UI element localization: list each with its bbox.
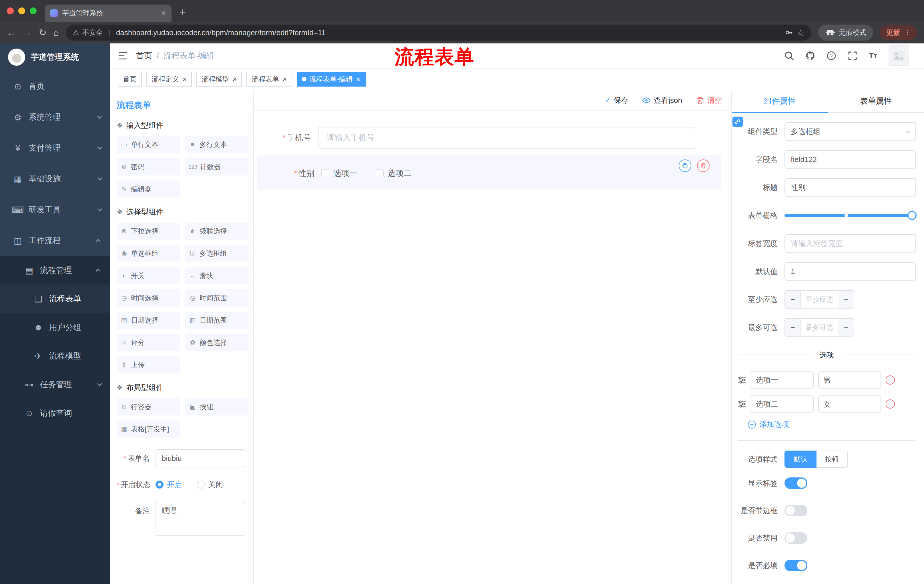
forward-icon[interactable]: →: [23, 28, 32, 37]
save-button[interactable]: ✓ 保存: [605, 95, 629, 105]
bookmark-star-icon[interactable]: ☆: [797, 28, 805, 38]
option-label-input[interactable]: [751, 372, 813, 388]
option-value-input[interactable]: [818, 395, 881, 413]
sidebar-item-process-form[interactable]: ❏ 流程表单: [0, 285, 110, 313]
browser-menu-icon[interactable]: ⋮: [904, 29, 911, 36]
grid-slider[interactable]: [784, 206, 916, 225]
tag-home[interactable]: 首页: [118, 72, 142, 87]
delete-field-button[interactable]: [697, 160, 710, 172]
sidebar-item-system[interactable]: ⚙ 系统管理: [0, 102, 110, 133]
sidebar-item-devtools[interactable]: ⌨ 研发工具: [0, 194, 110, 225]
drag-handle-icon[interactable]: [738, 376, 746, 384]
component-select[interactable]: ⊚下拉选择: [117, 222, 180, 240]
disabled-toggle[interactable]: [784, 532, 807, 544]
new-tab-button[interactable]: +: [180, 6, 186, 18]
style-default-button[interactable]: 默认: [784, 451, 817, 468]
component-slider[interactable]: ↔滑块: [185, 267, 249, 284]
home-icon[interactable]: ⌂: [53, 28, 59, 37]
tag-process-form-edit[interactable]: 流程表单-编辑 ×: [297, 72, 366, 87]
sidebar-item-process-model[interactable]: ✈ 流程模型: [0, 342, 110, 370]
component-checkbox-group[interactable]: ☑多选框组: [185, 245, 249, 262]
component-date-picker[interactable]: ▤日期选择: [117, 312, 180, 329]
increase-button[interactable]: +: [838, 291, 854, 308]
default-value-input[interactable]: [784, 262, 916, 281]
slider-handle[interactable]: [908, 211, 917, 220]
increase-button[interactable]: +: [838, 319, 854, 336]
canvas-field-gender[interactable]: *性别 选项一 选项二: [257, 155, 721, 190]
sidebar-item-payment[interactable]: ¥ 支付管理: [0, 133, 110, 163]
address-bar[interactable]: ⚠ 不安全 | dashboard.yudao.iocoder.cn/bpm/m…: [66, 25, 811, 41]
decrease-button[interactable]: −: [785, 291, 801, 308]
component-editor[interactable]: ✎编辑器: [117, 181, 180, 198]
show-label-toggle[interactable]: [784, 477, 807, 489]
radio-status-off[interactable]: 关闭: [197, 480, 223, 490]
component-switch[interactable]: ◐开关: [117, 267, 180, 284]
border-toggle[interactable]: [784, 505, 807, 516]
component-radio-group[interactable]: ◉单选框组: [117, 245, 180, 262]
sidebar-item-user-group[interactable]: ☻ 用户分组: [0, 313, 110, 342]
window-minimize-button[interactable]: [18, 7, 25, 14]
tab-close-icon[interactable]: ×: [161, 8, 166, 18]
component-multi-line-text[interactable]: ≡多行文本: [185, 136, 249, 153]
back-icon[interactable]: ←: [7, 28, 16, 37]
component-row-container[interactable]: ⊞行容器: [117, 398, 180, 415]
component-rate[interactable]: ☆评分: [117, 334, 180, 351]
component-upload[interactable]: ⇧上传: [117, 356, 180, 373]
sidebar-item-infra[interactable]: ▦ 基础设施: [0, 163, 110, 194]
window-zoom-button[interactable]: [30, 7, 36, 14]
sidebar-item-home[interactable]: ⊙ 首页: [0, 71, 110, 102]
component-color-picker[interactable]: ✿颜色选择: [185, 334, 249, 351]
tag-close-icon[interactable]: ×: [233, 75, 237, 84]
add-option-button[interactable]: + 添加选项: [748, 419, 916, 429]
field-name-input[interactable]: [784, 150, 916, 169]
max-select-value[interactable]: 最多可选: [801, 319, 838, 336]
label-width-input[interactable]: [784, 234, 916, 253]
user-avatar[interactable]: [889, 45, 909, 66]
component-time-picker[interactable]: ◷时间选择: [117, 290, 180, 307]
sidebar-item-leave-query[interactable]: ☺ 请假查询: [0, 399, 110, 428]
window-close-button[interactable]: [7, 7, 14, 14]
component-single-line-text[interactable]: ▭单行文本: [117, 136, 180, 153]
tag-close-icon[interactable]: ×: [182, 75, 187, 84]
tab-component-props[interactable]: 组件属性: [732, 90, 828, 112]
tag-process-form[interactable]: 流程表单 ×: [246, 72, 292, 87]
remove-option-icon[interactable]: −: [886, 400, 895, 409]
font-size-icon[interactable]: TT: [869, 51, 877, 60]
sidebar-item-process-mgmt[interactable]: ▤ 流程管理: [0, 256, 110, 285]
phone-input[interactable]: [318, 127, 695, 148]
copy-field-button[interactable]: [679, 160, 691, 172]
checkbox-option-2[interactable]: 选项二: [376, 168, 412, 179]
security-label[interactable]: 不安全: [82, 28, 103, 37]
decrease-button[interactable]: −: [785, 319, 801, 336]
help-icon[interactable]: ?: [827, 51, 836, 61]
tag-close-icon[interactable]: ×: [282, 75, 287, 84]
search-icon[interactable]: [784, 51, 794, 61]
component-password[interactable]: ⊛密码: [117, 158, 180, 175]
github-icon[interactable]: [805, 51, 815, 61]
link-icon[interactable]: [733, 117, 743, 127]
title-input[interactable]: [784, 178, 916, 197]
component-date-range[interactable]: ▥日期范围: [185, 312, 249, 329]
sidebar-toggle-icon[interactable]: [110, 43, 136, 68]
component-counter[interactable]: 123计数器: [185, 158, 249, 175]
checkbox-option-1[interactable]: 选项一: [321, 168, 357, 179]
reload-icon[interactable]: ↻: [39, 28, 46, 37]
url-text[interactable]: dashboard.yudao.iocoder.cn/bpm/manager/f…: [116, 28, 781, 37]
fullscreen-icon[interactable]: [848, 51, 857, 61]
clear-button[interactable]: 清空: [696, 95, 722, 105]
style-button-button[interactable]: 按钮: [817, 451, 848, 468]
min-select-value[interactable]: 至少应选: [801, 291, 838, 308]
view-json-button[interactable]: 查看json: [642, 95, 682, 105]
tag-close-icon[interactable]: ×: [356, 75, 361, 84]
breadcrumb-home[interactable]: 首页: [136, 50, 152, 61]
component-time-range[interactable]: ◶时间范围: [185, 290, 249, 307]
tag-process-model[interactable]: 流程模型 ×: [196, 72, 242, 87]
remove-option-icon[interactable]: −: [886, 375, 895, 385]
component-type-select[interactable]: 多选框组: [784, 122, 916, 141]
option-label-input[interactable]: [751, 395, 813, 413]
tab-form-props[interactable]: 表单属性: [828, 90, 924, 112]
key-icon[interactable]: [785, 28, 794, 37]
sidebar-item-workflow[interactable]: ◫ 工作流程: [0, 225, 110, 256]
sidebar-item-task-mgmt[interactable]: ⊶ 任务管理: [0, 370, 110, 399]
radio-status-on[interactable]: 开启: [155, 480, 182, 490]
